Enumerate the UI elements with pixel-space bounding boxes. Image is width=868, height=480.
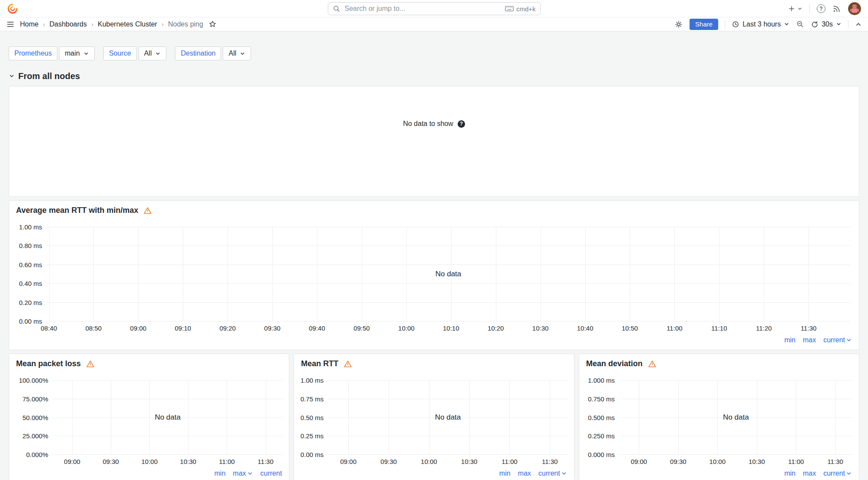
panel-title[interactable]: Mean deviation bbox=[586, 359, 643, 368]
legend-item-max[interactable]: max bbox=[233, 470, 253, 477]
legend-item-current[interactable]: current bbox=[823, 336, 852, 344]
favorite-star-icon[interactable] bbox=[208, 20, 217, 28]
legend-item-current[interactable]: current bbox=[538, 470, 567, 477]
search-bar[interactable]: cmd+k bbox=[328, 2, 541, 15]
legend-item-max[interactable]: max bbox=[803, 336, 816, 344]
add-button[interactable] bbox=[788, 5, 802, 13]
x-axis-label: 10:30 bbox=[749, 458, 765, 465]
x-axis-label: 09:40 bbox=[309, 324, 325, 332]
legend-item-current[interactable]: current bbox=[261, 470, 282, 477]
legend-item-current[interactable]: current bbox=[823, 470, 852, 477]
chevron-down-icon bbox=[797, 6, 802, 11]
x-axis-label: 10:00 bbox=[141, 458, 158, 465]
y-axis-label: 0.80 ms bbox=[19, 242, 42, 249]
help-circle-icon[interactable]: ? bbox=[458, 120, 465, 128]
datasource-variable: Prometheus main bbox=[9, 46, 95, 60]
destination-select[interactable]: All bbox=[223, 46, 251, 60]
variables-row: Prometheus main Source All Destination A… bbox=[9, 46, 859, 60]
x-axis-label: 10:40 bbox=[577, 324, 594, 332]
breadcrumb: Home › Dashboards › Kubernetes Cluster ›… bbox=[20, 20, 203, 28]
warning-icon[interactable] bbox=[143, 206, 152, 215]
h-gridline bbox=[53, 454, 283, 455]
time-series-chart[interactable]: 1.000 ms0.750 ms0.500 ms0.250 ms0.000 ms… bbox=[579, 354, 859, 480]
destination-label[interactable]: Destination bbox=[175, 46, 221, 60]
chart-legend: minmaxcurrent bbox=[784, 336, 852, 344]
legend-item-min[interactable]: min bbox=[784, 470, 795, 477]
legend-item-max[interactable]: max bbox=[518, 470, 531, 477]
x-axis-label: 11:30 bbox=[827, 458, 843, 465]
chevron-down-icon bbox=[784, 21, 789, 27]
datasource-label[interactable]: Prometheus bbox=[9, 46, 57, 60]
x-axis: 09:0009:3010:0010:3011:0011:30 bbox=[328, 457, 568, 466]
destination-variable: Destination All bbox=[175, 46, 251, 60]
legend-item-min[interactable]: min bbox=[499, 470, 511, 477]
zoom-out-icon[interactable] bbox=[796, 20, 804, 28]
breadcrumb-home[interactable]: Home bbox=[20, 20, 39, 28]
chevron-down-icon bbox=[9, 73, 15, 79]
x-axis: 09:0009:3010:0010:3011:0011:30 bbox=[619, 457, 853, 466]
x-axis-label: 10:30 bbox=[180, 458, 197, 465]
breadcrumb-nodes-ping: Nodes ping bbox=[168, 20, 203, 28]
refresh-icon bbox=[811, 20, 818, 28]
chart-legend: minmaxcurrent bbox=[215, 469, 282, 478]
no-data-message: No data to show bbox=[403, 120, 453, 128]
y-axis-label: 25.000% bbox=[23, 432, 48, 440]
search-input[interactable] bbox=[344, 4, 502, 13]
x-axis-label: 08:50 bbox=[86, 324, 102, 332]
x-axis-label: 10:30 bbox=[461, 458, 478, 465]
chevron-down-icon bbox=[846, 470, 852, 477]
y-axis: 100.000%75.000%50.000%25.000%0.000% bbox=[9, 380, 48, 454]
legend-item-max[interactable]: max bbox=[803, 470, 816, 477]
grafana-logo-icon[interactable] bbox=[7, 3, 18, 14]
time-series-chart[interactable]: 1.00 ms0.75 ms0.50 ms0.25 ms0.00 ms 09:0… bbox=[294, 354, 574, 480]
x-axis-label: 10:50 bbox=[622, 324, 638, 332]
x-axis-label: 10:20 bbox=[488, 324, 504, 332]
x-axis: 09:0009:3010:0010:3011:0011:30 bbox=[53, 457, 283, 466]
source-select[interactable]: All bbox=[139, 46, 167, 60]
y-axis-label: 0.500 ms bbox=[588, 414, 615, 421]
x-axis-label: 09:00 bbox=[631, 458, 647, 465]
refresh-picker[interactable]: 30s bbox=[811, 20, 842, 28]
chevron-down-icon bbox=[836, 21, 842, 27]
x-axis-label: 10:30 bbox=[532, 324, 549, 332]
panel-title[interactable]: Mean packet loss bbox=[16, 359, 81, 368]
y-axis-label: 0.000% bbox=[26, 451, 48, 458]
y-axis-label: 1.00 ms bbox=[19, 223, 42, 231]
warning-icon[interactable] bbox=[648, 360, 657, 368]
breadcrumb-dashboards[interactable]: Dashboards bbox=[50, 20, 87, 28]
x-axis-label: 09:30 bbox=[670, 458, 686, 465]
help-icon[interactable]: ? bbox=[817, 4, 825, 13]
warning-icon[interactable] bbox=[343, 360, 352, 368]
row-from-all-nodes[interactable]: From all nodes bbox=[9, 71, 859, 81]
y-axis-label: 0.75 ms bbox=[300, 395, 323, 402]
dashboard-content: Prometheus main Source All Destination A… bbox=[0, 32, 868, 480]
panel-mean-rtt: Mean RTT 1.00 ms0.75 ms0.50 ms0.25 ms0.0… bbox=[294, 354, 574, 480]
dashboard-settings-gear-icon[interactable] bbox=[674, 20, 683, 29]
panel-title[interactable]: Mean RTT bbox=[301, 359, 338, 368]
collapse-toolbar-chevron-up-icon[interactable] bbox=[855, 21, 862, 28]
y-axis-label: 1.000 ms bbox=[588, 377, 615, 384]
panel-mean-packet-loss: Mean packet loss 100.000%75.000%50.000%2… bbox=[9, 354, 289, 480]
time-series-chart[interactable]: 1.00 ms0.80 ms0.60 ms0.40 ms0.20 ms0.00 … bbox=[9, 201, 859, 350]
x-axis-label: 10:10 bbox=[443, 324, 459, 332]
hamburger-menu-icon[interactable] bbox=[6, 20, 15, 29]
time-range-picker[interactable]: Last 3 hours bbox=[732, 20, 789, 28]
news-rss-icon[interactable] bbox=[832, 4, 841, 13]
x-axis-label: 09:00 bbox=[130, 324, 147, 332]
y-axis-label: 0.750 ms bbox=[588, 395, 615, 402]
legend-item-min[interactable]: min bbox=[215, 470, 226, 477]
source-label[interactable]: Source bbox=[103, 46, 137, 60]
legend-item-min[interactable]: min bbox=[784, 336, 795, 344]
time-series-chart[interactable]: 100.000%75.000%50.000%25.000%0.000% 09:0… bbox=[9, 354, 289, 480]
warning-icon[interactable] bbox=[86, 360, 95, 368]
x-axis-label: 09:00 bbox=[64, 458, 80, 465]
user-avatar[interactable] bbox=[848, 2, 861, 15]
divider bbox=[725, 20, 725, 29]
panel-title[interactable]: Average mean RTT with min/max bbox=[16, 206, 138, 215]
datasource-select[interactable]: main bbox=[59, 46, 95, 60]
share-button[interactable]: Share bbox=[690, 19, 718, 30]
chevron-down-icon bbox=[240, 51, 245, 56]
breadcrumb-kubernetes-cluster[interactable]: Kubernetes Cluster bbox=[98, 20, 157, 28]
no-data-label: No data bbox=[328, 380, 568, 454]
h-gridline bbox=[328, 454, 568, 455]
